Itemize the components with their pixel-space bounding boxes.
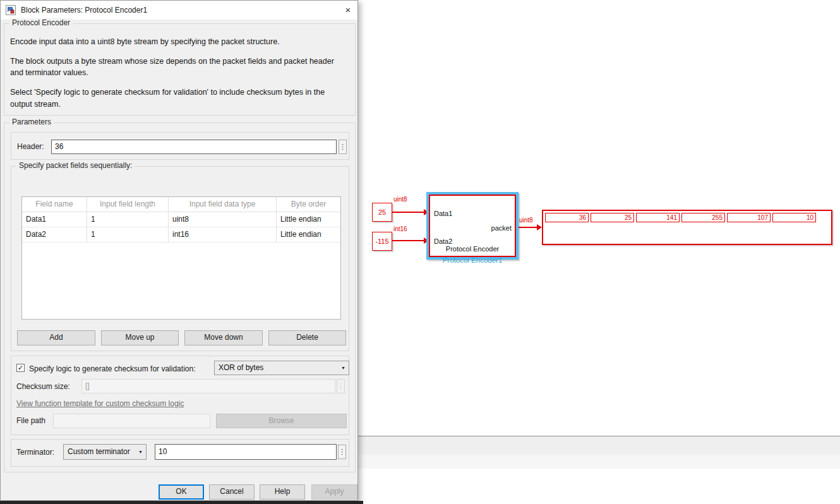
description-line-3: Select 'Specify logic to generate checks…	[10, 87, 349, 109]
column-header-input-field-length: Input field length	[87, 197, 169, 212]
signal-label-uint8-out: uint8	[519, 217, 533, 224]
view-function-template-link[interactable]: View function template for custom checks…	[16, 399, 184, 408]
header-menu-button[interactable]: ⋮	[339, 140, 347, 154]
port-label-data1: Data1	[434, 210, 452, 217]
bottom-edge-strip	[0, 501, 363, 504]
close-icon[interactable]: ×	[340, 3, 356, 18]
wire-arrowhead	[537, 224, 542, 231]
cell-input-field-length[interactable]: 1	[87, 212, 169, 227]
encoder-block-type-label: Protocol Encoder	[430, 245, 515, 253]
move-down-button[interactable]: Move down	[184, 330, 263, 345]
packet-fields-group-label: Specify packet fields sequentially:	[16, 161, 135, 170]
port-label-packet: packet	[491, 224, 512, 232]
cell-input-field-length[interactable]: 1	[87, 227, 169, 243]
constant-value: -115	[375, 237, 388, 245]
checksum-logic-selected: XOR of bytes	[219, 363, 263, 372]
display-value-cell: 255	[681, 213, 725, 222]
display-value-cell: 107	[727, 213, 771, 222]
packet-fields-table[interactable]: Field name Input field length Input fiel…	[21, 196, 341, 320]
cell-input-field-data-type[interactable]: int16	[169, 227, 277, 243]
terminator-selected: Custom terminator	[68, 447, 130, 456]
table-header-row: Field name Input field length Input fiel…	[22, 197, 340, 212]
constant-block-neg115[interactable]: -115	[372, 232, 392, 251]
protocol-encoder-block[interactable]: Data1 Data2 packet Protocol Encoder	[429, 195, 516, 257]
signal-wire-data2[interactable]	[392, 240, 424, 241]
terminator-dropdown[interactable]: Custom terminator ▼	[63, 444, 147, 460]
display-value-cell: 141	[636, 213, 680, 222]
checksum-checkbox[interactable]: ✓	[16, 364, 25, 372]
header-label: Header:	[17, 142, 44, 151]
encoder-block-name[interactable]: Protocol Encoder1	[417, 256, 528, 264]
move-up-button[interactable]: Move up	[101, 330, 179, 345]
terminator-label: Terminator:	[16, 448, 54, 457]
display-value-cell: 25	[591, 213, 634, 222]
checksum-logic-dropdown[interactable]: XOR of bytes ▼	[214, 361, 349, 375]
browse-button: Browse	[216, 414, 347, 428]
signal-label-uint8-in1: uint8	[393, 196, 407, 203]
block-parameters-icon	[6, 5, 16, 15]
table-row[interactable]: Data2 1 int16 Little endian	[22, 227, 340, 243]
display-value-cell: 10	[772, 213, 816, 222]
add-button[interactable]: Add	[17, 330, 95, 345]
checksum-size-menu-button: ⋮	[337, 379, 345, 393]
cancel-button[interactable]: Cancel	[209, 484, 255, 500]
column-header-byte-order: Byte order	[277, 197, 340, 212]
cell-byte-order[interactable]: Little endian	[277, 212, 340, 227]
display-block[interactable]: 36 25 141 255 107 10	[542, 210, 832, 245]
statusbar-band	[358, 436, 840, 455]
column-header-field-name: Field name	[22, 197, 87, 212]
terminator-input[interactable]: 10	[155, 444, 337, 460]
description-group: Protocol Encoder Encode input data into …	[4, 23, 356, 116]
terminator-menu-button[interactable]: ⋮	[338, 445, 346, 459]
cell-byte-order[interactable]: Little endian	[277, 227, 340, 243]
cell-field-name[interactable]: Data1	[22, 212, 87, 227]
table-row[interactable]: Data1 1 uint8 Little endian	[22, 212, 340, 227]
chevron-down-icon: ▼	[341, 361, 345, 375]
checksum-size-label: Checksum size:	[16, 382, 70, 391]
cell-input-field-data-type[interactable]: uint8	[169, 212, 277, 227]
statusbar-band-light	[358, 455, 840, 469]
description-line-1: Encode input data into a uint8 byte stre…	[10, 36, 349, 47]
chevron-down-icon: ▼	[138, 445, 143, 459]
dialog-title: Block Parameters: Protocol Encoder1	[21, 1, 147, 20]
apply-button: Apply	[311, 484, 357, 500]
display-value-cell: 36	[545, 213, 589, 222]
constant-value: 25	[378, 208, 386, 216]
header-input[interactable]: 36	[51, 140, 337, 154]
constant-block-25[interactable]: 25	[372, 203, 392, 222]
description-line-2: The block outputs a byte stream whose si…	[10, 56, 349, 78]
help-button[interactable]: Help	[260, 484, 305, 500]
delete-button[interactable]: Delete	[268, 330, 346, 345]
checksum-size-input: []	[81, 379, 335, 393]
block-parameters-dialog: Block Parameters: Protocol Encoder1 × Pr…	[0, 0, 358, 501]
checksum-checkbox-label: Specify logic to generate checksum for v…	[29, 364, 195, 373]
cell-field-name[interactable]: Data2	[22, 227, 87, 243]
description-group-label: Protocol Encoder	[9, 18, 73, 27]
file-path-label: File path	[16, 416, 45, 425]
dialog-titlebar[interactable]: Block Parameters: Protocol Encoder1 ×	[1, 1, 357, 20]
signal-label-int16-in2: int16	[393, 225, 407, 232]
file-path-input	[53, 414, 210, 428]
port-label-data2: Data2	[434, 237, 452, 245]
parameters-group-label: Parameters	[9, 117, 54, 126]
signal-wire-packet[interactable]	[519, 227, 537, 228]
column-header-input-field-data-type: Input field data type	[169, 197, 277, 212]
signal-wire-data1[interactable]	[392, 212, 424, 213]
ok-button[interactable]: OK	[159, 484, 204, 500]
